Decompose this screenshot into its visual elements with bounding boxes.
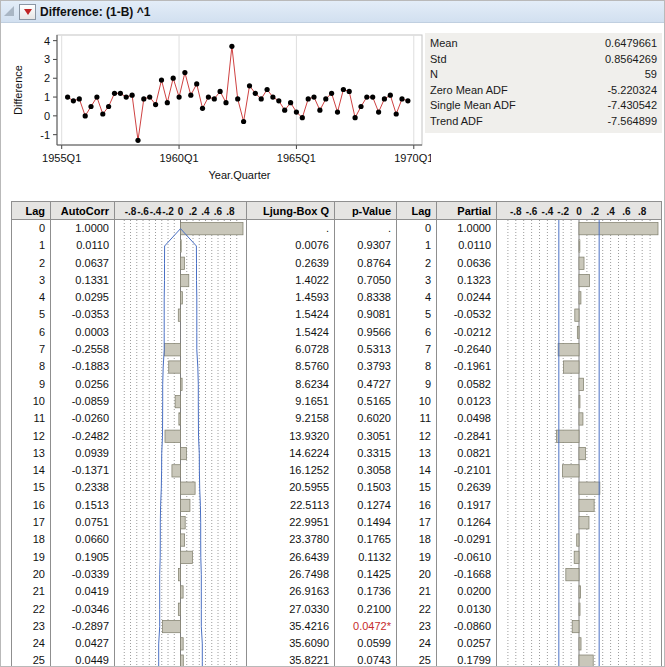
table-cell-lag2: 8 [397,358,436,375]
table-cell-p-value: 0.1736 [335,583,396,600]
table-cell-lag2: 21 [397,583,436,600]
svg-text:.8: .8 [226,206,235,217]
svg-text:-.2: -.2 [557,206,569,217]
table-cell-lag2: 17 [397,514,436,531]
table-cell-ljung-box-q: 13.9320 [247,428,334,445]
table-cell-lag: 4 [12,289,50,306]
table-cell-p-value: 0.4727 [335,376,396,393]
table-cell-partial: -0.2841 [437,428,496,445]
correlogram-table: Lag0123456789101112131415161718192021222… [11,201,662,667]
table-cell-lag2: 3 [397,272,436,289]
table-cell-p-value: 0.9081 [335,306,396,323]
table-cell-p-value: 0.3051 [335,428,396,445]
table-cell-p-value: 0.2100 [335,601,396,618]
table-cell-p-value: 0.9566 [335,324,396,341]
svg-text:1965Q1: 1965Q1 [277,152,316,164]
stat-label: Single Mean ADF [430,98,516,114]
table-cell-lag: 23 [12,618,50,635]
column-header-lag: Lag [12,202,50,220]
column-header-lag2: Lag [397,202,436,220]
time-series-svg: -1012341955Q11960Q11965Q11970Q1Year.Quar… [9,27,431,199]
table-cell-p-value: 0.0472* [335,618,396,635]
svg-text:4: 4 [44,35,50,47]
table-cell-lag: 5 [12,306,50,323]
table-cell-lag: 11 [12,410,50,427]
table-cell-ljung-box-q: 1.4593 [247,289,334,306]
table-cell-ljung-box-q: 35.8221 [247,652,334,667]
table-cell-ljung-box-q: 26.9163 [247,583,334,600]
column-lag: Lag0123456789101112131415161718192021222… [12,202,51,667]
table-cell-p-value: 0.1132 [335,549,396,566]
table-cell-ljung-box-q: 27.0330 [247,601,334,618]
svg-text:1970Q1: 1970Q1 [394,152,431,164]
table-cell-lag: 24 [12,635,50,652]
table-cell-p-value: 0.6020 [335,410,396,427]
table-cell-lag2: 6 [397,324,436,341]
table-cell-partial: 0.1917 [437,497,496,514]
column-ljung-box-q: Ljung-Box Q.0.00760.26391.40221.45931.54… [247,202,335,667]
table-cell-partial: 0.0498 [437,410,496,427]
svg-text:0: 0 [178,206,184,217]
table-cell-p-value: 0.8764 [335,255,396,272]
collapse-triangle-icon[interactable] [4,6,14,16]
table-cell-lag2: 11 [397,410,436,427]
table-cell-p-value: 0.0599 [335,635,396,652]
table-cell-partial: 0.0130 [437,601,496,618]
svg-text:-.8: -.8 [125,206,137,217]
column-header-acf-plot: -.8-.6-.4-.20.2.4.6.8 [115,202,246,220]
stat-label: N [430,67,438,83]
table-cell-lag: 22 [12,601,50,618]
svg-text:1955Q1: 1955Q1 [42,152,81,164]
table-cell-partial: 0.2639 [437,479,496,496]
table-cell-lag2: 16 [397,497,436,514]
table-cell-partial: 0.0110 [437,237,496,254]
table-cell-autocorr: -0.0339 [51,566,114,583]
table-cell-ljung-box-q: 9.1651 [247,393,334,410]
table-cell-ljung-box-q: 8.6234 [247,376,334,393]
table-cell-partial: -0.0532 [437,306,496,323]
table-cell-ljung-box-q: . [247,220,334,237]
stat-row: Trend ADF-7.564899 [430,114,657,130]
table-cell-partial: -0.1961 [437,358,496,375]
table-cell-lag: 3 [12,272,50,289]
red-triangle-menu-button[interactable] [19,4,36,20]
svg-text:-.4: -.4 [542,206,554,217]
table-cell-autocorr: 0.1513 [51,497,114,514]
table-cell-ljung-box-q: 0.2639 [247,255,334,272]
table-cell-ljung-box-q: 6.0728 [247,341,334,358]
table-cell-autocorr: 0.0419 [51,583,114,600]
table-cell-autocorr: 0.0939 [51,445,114,462]
table-cell-autocorr: 0.2338 [51,479,114,496]
table-cell-autocorr: 0.0660 [51,531,114,548]
table-cell-autocorr: 0.0637 [51,255,114,272]
table-cell-partial: 0.0257 [437,635,496,652]
table-cell-ljung-box-q: 0.0076 [247,237,334,254]
table-cell-ljung-box-q: 8.5760 [247,358,334,375]
column-header-pacf-plot: -.8-.6-.4-.20.2.4.6.8 [497,202,661,220]
column-acf-plot: -.8-.6-.4-.20.2.4.6.8 [115,202,247,667]
table-cell-partial: 0.1323 [437,272,496,289]
table-cell-p-value: 0.9307 [335,237,396,254]
outline-header: Difference: (1-B) ^1 [1,1,664,23]
table-cell-ljung-box-q: 35.4216 [247,618,334,635]
table-cell-ljung-box-q: 14.6224 [247,445,334,462]
table-cell-partial: -0.0212 [437,324,496,341]
table-cell-lag2: 22 [397,601,436,618]
table-cell-autocorr: 0.0295 [51,289,114,306]
table-cell-lag2: 13 [397,445,436,462]
table-cell-lag2: 12 [397,428,436,445]
table-cell-p-value: 0.1494 [335,514,396,531]
pacf-plot [497,220,661,667]
table-cell-lag: 15 [12,479,50,496]
table-cell-lag2: 25 [397,652,436,667]
table-cell-lag2: 1 [397,237,436,254]
table-cell-p-value: 0.8338 [335,289,396,306]
table-cell-lag2: 15 [397,479,436,496]
table-cell-lag: 6 [12,324,50,341]
table-cell-lag2: 23 [397,618,436,635]
stat-row: Single Mean ADF-7.430542 [430,98,657,114]
stat-value: -5.220324 [607,83,657,99]
table-cell-ljung-box-q: 22.5113 [247,497,334,514]
column-lag2: Lag0123456789101112131415161718192021222… [397,202,437,667]
stat-value: 0.8564269 [605,52,657,68]
